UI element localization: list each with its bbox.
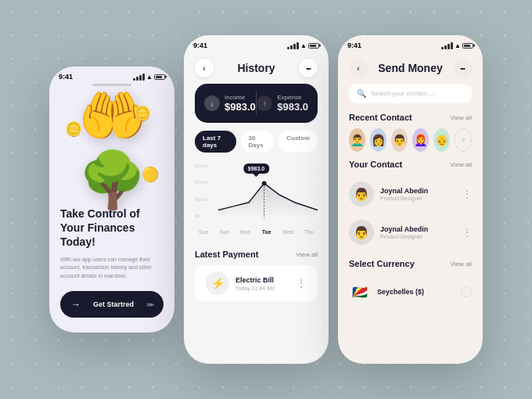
time-3: 9:41 xyxy=(347,41,361,49)
currency-header: Select Currency View all xyxy=(349,259,472,268)
avatar-2[interactable]: 👩 xyxy=(370,128,386,152)
contact-more-icon-2[interactable]: ⋮ xyxy=(462,227,472,238)
chart-area: $983.0 $9000 $6000 $3000 $0 xyxy=(195,164,318,242)
get-started-button[interactable]: → Get Startred >>> xyxy=(60,291,164,318)
phones-container: 9:41 ▲ 🤲🌳 🪙 🪙 🟡 xyxy=(49,35,483,364)
tree-icon: 🤲🌳 xyxy=(61,84,163,212)
contact-role-2: Product Designer xyxy=(380,234,456,239)
status-bar-3: 9:41 ▲ xyxy=(338,35,483,52)
contact-info-2: Joynal Abedin Product Designer xyxy=(380,225,456,239)
income-section: ↓ Income $983.0 xyxy=(204,94,256,113)
contact-name-2: Joynal Abedin xyxy=(380,225,456,233)
chart-label-sun2: Sun xyxy=(220,229,229,235)
phone-send-money: 9:41 ▲ ‹ Send Money ••• xyxy=(338,35,483,364)
recent-contact-title: Recent Contact xyxy=(349,113,412,122)
battery-icon-2 xyxy=(308,43,319,49)
your-contact-title: Your Contact xyxy=(349,160,402,169)
expense-section: ↑ Expense $983.0 xyxy=(257,94,308,113)
btn-arrows-right: >>> xyxy=(146,301,153,308)
payment-more-icon[interactable]: ⋮ xyxy=(296,277,307,289)
add-contact-button[interactable]: + xyxy=(455,128,472,152)
latest-payment-header: Latest Payment View all xyxy=(184,250,329,265)
expense-amount: $983.0 xyxy=(277,101,308,113)
hero-image: 🤲🌳 🪙 🪙 🟡 xyxy=(61,97,163,199)
chart-label-mon: Mon xyxy=(240,229,251,235)
currency-item-1[interactable]: 🇸🇨 Seychelles ($) xyxy=(349,275,472,309)
wifi-icon: ▲ xyxy=(146,74,153,81)
more-icon-history: ••• xyxy=(306,65,310,72)
latest-payment-view-all[interactable]: View all xyxy=(297,251,318,258)
currency-title: Select Currency xyxy=(349,259,415,268)
payment-icon: ⚡ xyxy=(206,271,229,295)
currency-section: Select Currency View all 🇸🇨 Seychelles (… xyxy=(338,259,483,309)
currency-view-all[interactable]: View all xyxy=(451,261,472,268)
income-label: Income xyxy=(225,94,256,101)
avatar-3[interactable]: 👨 xyxy=(391,128,408,152)
more-button-send[interactable]: ••• xyxy=(453,59,472,77)
phone-history: 9:41 ▲ ‹ History ••• xyxy=(184,35,329,364)
time-1: 9:41 xyxy=(59,73,73,81)
search-icon: 🔍 xyxy=(357,89,366,98)
payment-date: Today 01:44 AM xyxy=(235,286,289,291)
expense-icon: ↑ xyxy=(257,95,272,111)
your-contact-view-all[interactable]: View all xyxy=(451,161,472,168)
phone-onboarding: 9:41 ▲ 🤲🌳 🪙 🪙 🟡 xyxy=(49,66,174,332)
signal-1 xyxy=(133,78,135,81)
y-label-0: $0 xyxy=(195,214,215,218)
battery-icon xyxy=(154,74,165,80)
back-icon-history: ‹ xyxy=(203,64,205,73)
time-2: 9:41 xyxy=(193,41,207,49)
currency-flag-1: 🇸🇨 xyxy=(349,281,371,303)
contact-info-1: Joynal Abedin Product Designer xyxy=(380,187,456,201)
contact-item-1[interactable]: 👨 Joynal Abedin Product Designer ⋮ xyxy=(349,175,472,214)
latest-payment-title: Latest Payment xyxy=(195,250,258,259)
recent-contact-header: Recent Contact View all xyxy=(349,113,472,122)
currency-name-1: Seychelles ($) xyxy=(377,288,455,296)
status-bar-1: 9:41 ▲ xyxy=(49,66,174,84)
currency-info-1: Seychelles ($) xyxy=(377,288,455,296)
chart-tooltip: $983.0 xyxy=(243,164,269,174)
avatar-5[interactable]: 👴 xyxy=(433,128,450,152)
recent-avatars-row: 👨‍🦱 👩 👨 👩‍🦰 👴 + xyxy=(349,128,472,152)
back-icon-send: ‹ xyxy=(357,64,359,73)
contact-item-2[interactable]: 👨 Joynal Abedin Product Designer ⋮ xyxy=(349,214,472,251)
coin-icon-2: 🪙 xyxy=(65,120,82,138)
history-title: History xyxy=(237,62,275,74)
avatar-4[interactable]: 👩‍🦰 xyxy=(412,128,429,152)
recent-view-all[interactable]: View all xyxy=(451,114,472,121)
income-expense-card: ↓ Income $983.0 ↑ Expense $983.0 xyxy=(195,84,318,123)
battery-icon-3 xyxy=(462,43,473,49)
signal-4 xyxy=(142,74,145,81)
back-button-history[interactable]: ‹ xyxy=(195,59,214,77)
filter-tab-7days[interactable]: Last 7 days xyxy=(195,131,236,153)
chart-svg xyxy=(218,164,318,226)
chart-label-sun1: Sun xyxy=(199,229,208,235)
y-label-3000: $3000 xyxy=(195,197,215,202)
payment-name: Electric Bill xyxy=(235,276,289,284)
currency-radio-1[interactable] xyxy=(461,286,472,297)
filter-tabs: Last 7 days 30 Days Custom xyxy=(195,131,318,153)
chart-labels: Sun Sun Mon Tue Wed Thu xyxy=(195,229,318,235)
back-button-send[interactable]: ‹ xyxy=(349,59,368,77)
contact-role-1: Product Designer xyxy=(380,196,456,201)
onboarding-title: Take Control of Your Finances Today! xyxy=(60,207,164,250)
recent-contact-section: Recent Contact View all 👨‍🦱 👩 👨 👩‍🦰 👴 + xyxy=(338,113,483,160)
search-bar[interactable]: 🔍 Search your contact..... xyxy=(349,84,472,103)
payment-item: ⚡ Electric Bill Today 01:44 AM ⋮ xyxy=(195,265,318,301)
history-header: ‹ History ••• xyxy=(184,52,329,84)
onboarding-description: With our app users can manage their acco… xyxy=(60,256,164,281)
filter-tab-30days[interactable]: 30 Days xyxy=(241,131,275,153)
signal-2 xyxy=(136,77,138,81)
contact-avatar-1: 👨 xyxy=(349,182,374,207)
coin-icon-3: 🟡 xyxy=(142,166,159,183)
send-money-header: ‹ Send Money ••• xyxy=(338,52,483,84)
expense-label: Expense xyxy=(277,94,308,101)
more-button-history[interactable]: ••• xyxy=(299,59,318,77)
status-icons-2: ▲ xyxy=(287,42,319,49)
contact-more-icon-1[interactable]: ⋮ xyxy=(462,189,472,200)
chart-label-thu: Thu xyxy=(304,229,314,235)
avatar-1[interactable]: 👨‍🦱 xyxy=(349,128,365,152)
filter-tab-custom[interactable]: Custom xyxy=(279,131,318,153)
your-contact-section: Your Contact View all 👨 Joynal Abedin Pr… xyxy=(338,160,483,259)
chart-label-wed: Wed xyxy=(282,229,293,235)
